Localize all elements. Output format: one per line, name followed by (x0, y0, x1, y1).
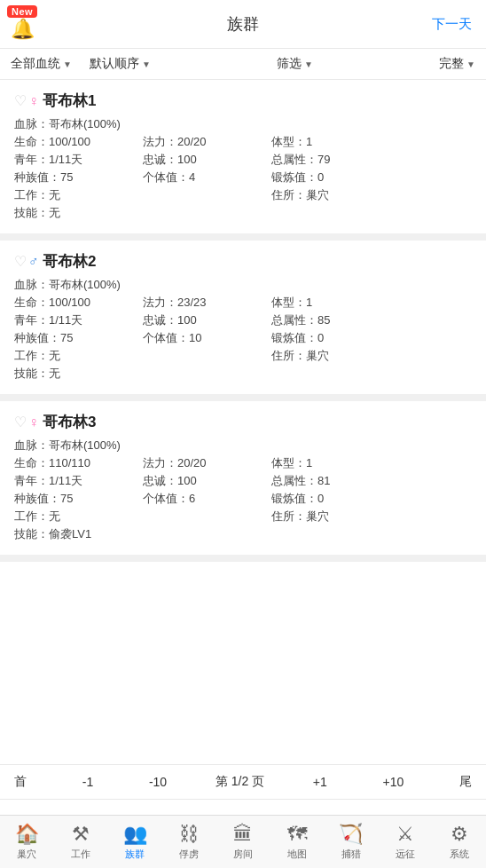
forge-val-info: 锻炼值：0 (271, 330, 472, 346)
creature-name-row: ♡ ♂ 哥布林2 (14, 251, 472, 272)
hp-info: 生命：100/100 (14, 134, 143, 150)
home-info: 住所：巢穴 (271, 348, 472, 364)
creature-name-row: ♡ ♀ 哥布林3 (14, 412, 472, 432)
breed-individual-row: 种族值：75 个体值：4 锻炼值：0 (14, 170, 472, 185)
hp-mp-row: 生命：100/100 法力：20/20 体型：1 (14, 134, 472, 150)
work-info: 工作：无 (14, 509, 143, 525)
creature-card[interactable]: ♡ ♂ 哥布林2 血脉：哥布林(100%) 生命：100/100 法力：23/2… (0, 241, 486, 401)
creature-name: 哥布林2 (43, 251, 96, 272)
body-type-info: 体型：1 (271, 455, 472, 471)
nav-item-remote[interactable]: ⚔ 远征 (378, 819, 432, 864)
age-loyalty-row: 青年：1/11天 忠诚：100 总属性：81 (14, 473, 472, 489)
blood-filter[interactable]: 全部血统 ▼ (11, 56, 72, 72)
order-filter[interactable]: 默认顺序 ▼ (90, 56, 151, 72)
work-home-row: 工作：无 住所：巢穴 (14, 187, 472, 203)
blood-filter-arrow: ▼ (63, 59, 72, 69)
next-day-button[interactable]: 下一天 (432, 16, 472, 33)
gender-icon: ♀ (28, 93, 39, 109)
tribe-nav-label: 族群 (125, 848, 145, 861)
blood-info: 血脉：哥布林(100%) (14, 277, 472, 293)
nav-item-work[interactable]: ⚒ 工作 (54, 819, 108, 864)
remote-nav-label: 远征 (396, 848, 415, 861)
individual-val-info: 个体值：4 (143, 170, 271, 185)
heart-icon: ♡ (14, 253, 27, 270)
home-info: 住所：巢穴 (271, 187, 472, 203)
skill-info: 技能：偷袭LV1 (14, 526, 472, 542)
captive-nav-icon: ⛓ (179, 823, 199, 846)
remote-nav-icon: ⚔ (396, 823, 414, 846)
creature-list: ♡ ♀ 哥布林1 血脉：哥布林(100%) 生命：100/100 法力：20/2… (0, 80, 486, 764)
breed-val-info: 种族值：75 (14, 170, 143, 185)
creature-name: 哥布林3 (43, 412, 96, 432)
home-info: 住所：巢穴 (271, 509, 472, 525)
total-attr-info: 总属性：81 (271, 473, 472, 489)
work-home-row: 工作：无 住所：巢穴 (14, 509, 472, 525)
total-attr-info: 总属性：85 (271, 312, 472, 328)
system-nav-label: 系统 (450, 848, 469, 861)
page-title: 族群 (227, 13, 259, 35)
work-home-row: 工作：无 住所：巢穴 (14, 348, 472, 364)
age-loyalty-row: 青年：1/11天 忠诚：100 总属性：79 (14, 152, 472, 168)
work-info: 工作：无 (14, 187, 143, 203)
page-last-button[interactable]: 尾 (452, 770, 479, 793)
room-nav-icon: 🏛 (233, 823, 253, 846)
age-info: 青年：1/11天 (14, 473, 143, 489)
total-attr-info: 总属性：79 (271, 152, 472, 168)
page-next1-button[interactable]: +1 (306, 771, 334, 793)
gender-icon: ♀ (28, 414, 39, 430)
gender-icon: ♂ (28, 254, 39, 270)
nav-item-tribe[interactable]: 👥 族群 (108, 819, 162, 864)
nav-item-nest[interactable]: 🏠 巢穴 (0, 819, 54, 864)
body-type-info: 体型：1 (271, 295, 472, 311)
age-info: 青年：1/11天 (14, 312, 143, 328)
heart-icon: ♡ (14, 92, 27, 109)
hunt-nav-icon: 🏹 (339, 823, 363, 846)
nav-item-room[interactable]: 🏛 房间 (216, 819, 270, 864)
page-prev1-button[interactable]: -1 (75, 771, 100, 793)
page-first-button[interactable]: 首 (7, 770, 34, 793)
creature-card[interactable]: ♡ ♀ 哥布林1 血脉：哥布林(100%) 生命：100/100 法力：20/2… (0, 80, 486, 241)
page-prev10-button[interactable]: -10 (142, 771, 174, 793)
tribe-nav-icon: 👥 (123, 823, 147, 846)
blood-info: 血脉：哥布林(100%) (14, 116, 472, 132)
forge-val-info: 锻炼值：0 (271, 170, 472, 185)
nav-item-system[interactable]: ⚙ 系统 (432, 819, 486, 864)
filter-bar: 全部血统 ▼ 默认顺序 ▼ 筛选 ▼ 完整 ▼ (0, 49, 486, 80)
work-nav-icon: ⚒ (72, 823, 90, 846)
forge-val-info: 锻炼值：0 (271, 491, 472, 507)
new-icon: 🔔 (7, 20, 37, 39)
nest-nav-label: 巢穴 (17, 848, 36, 861)
nav-item-map[interactable]: 🗺 地图 (270, 819, 324, 864)
creature-name: 哥布林1 (43, 91, 96, 111)
nest-nav-icon: 🏠 (15, 823, 39, 846)
hunt-nav-label: 捕猎 (341, 848, 361, 861)
heart-icon: ♡ (14, 414, 27, 430)
nav-item-hunt[interactable]: 🏹 捕猎 (324, 819, 378, 864)
map-nav-icon: 🗺 (287, 823, 307, 846)
pagination-bar: 首 -1 -10 第 1/2 页 +1 +10 尾 (0, 764, 486, 800)
hp-mp-row: 生命：100/100 法力：23/23 体型：1 (14, 295, 472, 311)
body-type-info: 体型：1 (271, 134, 472, 150)
age-info: 青年：1/11天 (14, 152, 143, 168)
filter-button[interactable]: 筛选 ▼ (277, 56, 313, 72)
creature-card[interactable]: ♡ ♀ 哥布林3 血脉：哥布林(100%) 生命：110/110 法力：20/2… (0, 401, 486, 562)
mp-info: 法力：20/20 (143, 455, 271, 471)
mp-info: 法力：20/20 (143, 134, 271, 150)
new-badge: New 🔔 (7, 5, 37, 39)
room-nav-label: 房间 (233, 848, 253, 861)
system-nav-icon: ⚙ (451, 823, 468, 846)
blood-info: 血脉：哥布林(100%) (14, 438, 472, 454)
nav-item-captive[interactable]: ⛓ 俘虏 (162, 819, 216, 864)
breed-val-info: 种族值：75 (14, 491, 143, 507)
creature-name-row: ♡ ♀ 哥布林1 (14, 91, 472, 111)
hp-info: 生命：110/110 (14, 455, 143, 471)
header: New 🔔 族群 下一天 (0, 0, 486, 49)
bottom-nav: 🏠 巢穴 ⚒ 工作 👥 族群 ⛓ 俘虏 🏛 房间 🗺 地图 🏹 捕猎 ⚔ 远征 … (0, 815, 486, 868)
breed-individual-row: 种族值：75 个体值：6 锻炼值：0 (14, 491, 472, 507)
page-next10-button[interactable]: +10 (376, 771, 412, 793)
hp-info: 生命：100/100 (14, 295, 143, 311)
skill-info: 技能：无 (14, 205, 472, 221)
complete-arrow: ▼ (466, 59, 475, 69)
complete-filter[interactable]: 完整 ▼ (439, 56, 475, 72)
mp-info: 法力：23/23 (143, 295, 271, 311)
